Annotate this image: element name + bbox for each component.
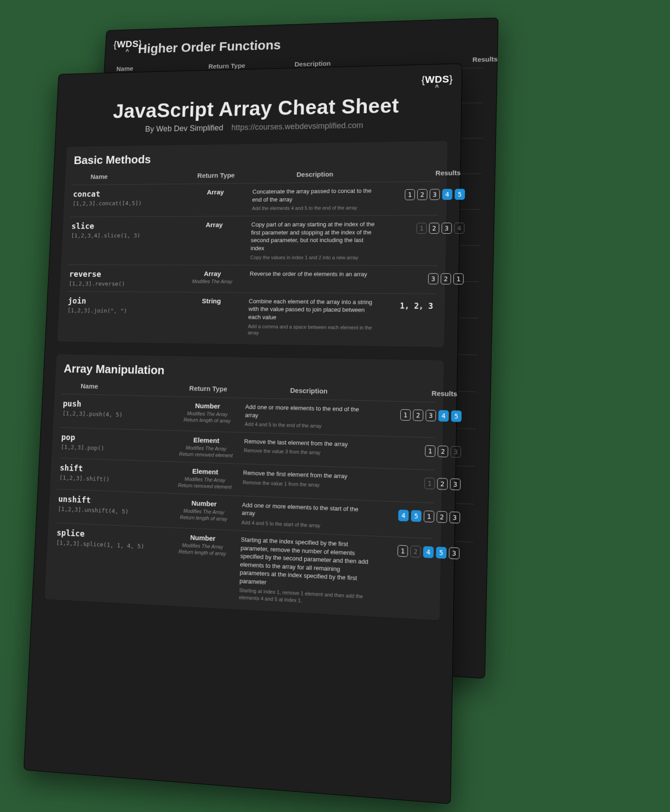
method-name: reverse <box>69 269 176 279</box>
result-chip: 5 <box>411 510 421 522</box>
col-name: Name <box>64 382 171 392</box>
return-type: ElementModifies The ArrayReturn removed … <box>173 435 240 459</box>
method-name: shift <box>60 463 168 476</box>
result-chip: 4 <box>442 189 452 200</box>
method-code: [1,2,3,4].slice(1, 3) <box>71 232 177 239</box>
description: Concatenate the array passed to concat t… <box>252 187 378 212</box>
result-chip: 3 <box>451 446 461 458</box>
section-panel: Array ManipulationNameReturn TypeDescrip… <box>44 354 444 621</box>
return-type: ElementModifies The ArrayReturn removed … <box>171 466 239 491</box>
result-chip: 1 <box>398 545 408 557</box>
stage: {WDS} ^ Higher Order Functions Name Retu… <box>0 0 670 812</box>
result-chip: 1 <box>400 409 411 421</box>
section-heading: Basic Methods <box>74 148 439 167</box>
sections: Basic MethodsNameReturn TypeDescriptionR… <box>44 140 448 620</box>
table-row: splice[1,2,3].splice(1, 1, 4, 5)NumberMo… <box>52 522 433 615</box>
method-name: join <box>68 296 174 306</box>
result-chip: 1 <box>424 510 434 522</box>
result-chip: 2 <box>441 273 451 284</box>
results: 1234 <box>381 220 464 234</box>
result-chip: 4 <box>438 410 449 422</box>
results: 12345 <box>382 186 465 200</box>
description: Starting at the index specified by the f… <box>239 536 370 608</box>
col-results: Results <box>382 169 465 177</box>
front-page: {WDS} ^ JavaScript Array Cheat Sheet By … <box>23 63 462 804</box>
wds-logo: {WDS} ^ <box>421 73 453 91</box>
return-type: Array <box>181 221 247 229</box>
result-chip: 2 <box>438 445 448 457</box>
result-chip: 2 <box>436 511 447 523</box>
result-chip: 3 <box>450 478 460 490</box>
return-type: ArrayModifies The Array <box>180 269 245 285</box>
results: 123 <box>376 441 461 457</box>
result-chip: 3 <box>430 189 440 200</box>
method-code: [1,2,3].push(4, 5) <box>62 410 170 419</box>
description: Add one or more elements to the start of… <box>241 501 370 531</box>
col-desc: Description <box>246 385 373 396</box>
result-chip: 3 <box>428 273 439 284</box>
result-chip: 2 <box>429 223 440 234</box>
method-name: pop <box>61 432 169 444</box>
col-results: Results <box>377 388 462 398</box>
table-row: reverse[1,2,3].reverse()ArrayModifies Th… <box>67 264 438 294</box>
result-chip: 3 <box>425 410 436 421</box>
results: 1, 2, 3 <box>379 298 463 311</box>
description: Remove the last element from the arrayRe… <box>244 437 372 458</box>
col-rtype: Return Type <box>184 171 249 180</box>
method-code: [1,2,3].shift() <box>59 474 167 485</box>
byline-text: By Web Dev Simplified <box>145 123 223 133</box>
result-chip: 3 <box>449 547 459 559</box>
result-chip: 4 <box>398 510 409 521</box>
results: 123 <box>376 473 461 490</box>
col-name: Name <box>74 172 180 181</box>
description: Add one or more elements to the end of t… <box>245 403 373 431</box>
result-chip: 2 <box>437 478 447 490</box>
description: Reverse the order of the elements in an … <box>250 270 376 278</box>
result-chip: 2 <box>413 410 423 421</box>
return-type: Array <box>183 188 248 196</box>
table-row: concat[1,2,3].concat([4,5])ArrayConcaten… <box>71 181 439 217</box>
result-chip: 5 <box>455 189 465 200</box>
result-chip: 2 <box>417 189 428 200</box>
result-chip: 1 <box>405 189 415 200</box>
return-type: String <box>179 297 245 305</box>
results: 321 <box>380 270 464 285</box>
result-chip: 5 <box>451 411 462 422</box>
description: Remove the first element from the arrayR… <box>243 469 371 490</box>
table-row: join[1,2,3].join(", ")StringCombine each… <box>65 291 437 343</box>
result-chip: 1 <box>425 445 436 457</box>
return-type: NumberModifies The ArrayReturn length of… <box>174 401 241 425</box>
description: Combine each element of the array into a… <box>248 297 375 338</box>
results: 12345 <box>377 406 462 422</box>
method-code: [1,2,3].pop() <box>61 443 169 453</box>
method-code: [1,2,3].join(", ") <box>67 307 174 315</box>
table-row: slice[1,2,3,4].slice(1, 3)ArrayCopy part… <box>68 215 439 266</box>
result-chip: 1 <box>424 477 435 489</box>
result-chip: 1 <box>416 223 427 234</box>
method-name: slice <box>71 221 178 231</box>
result-chip: 3 <box>441 223 452 234</box>
method-code: [1,2,3].reverse() <box>69 280 175 287</box>
method-code: [1,2,3].concat([4,5]) <box>72 199 178 207</box>
col-desc: Description <box>253 170 378 178</box>
results: 45123 <box>375 506 460 524</box>
result-chip: 5 <box>436 547 447 559</box>
description: Copy part of an array starting at the in… <box>250 220 377 261</box>
result-chip: 4 <box>423 546 434 558</box>
results: 12453 <box>374 541 459 560</box>
return-type: NumberModifies The ArrayReturn length of… <box>169 532 237 558</box>
byline-url: https://courses.webdevsimplified.com <box>231 121 363 132</box>
result-chip: 3 <box>449 511 460 523</box>
result-chip: 1 <box>453 273 464 284</box>
section-heading: Array Manipulation <box>64 362 435 383</box>
result-chip: 4 <box>454 223 464 234</box>
return-type: NumberModifies The ArrayReturn length of… <box>170 498 238 523</box>
section-panel: Basic MethodsNameReturn TypeDescriptionR… <box>57 140 448 347</box>
method-name: concat <box>73 188 179 198</box>
page-title: JavaScript Array Cheat Sheet <box>67 92 449 124</box>
col-rtype: Return Type <box>175 384 242 393</box>
method-name: push <box>63 399 170 411</box>
result-chip: 2 <box>410 546 421 558</box>
wds-logo: {WDS} ^ <box>113 38 142 55</box>
